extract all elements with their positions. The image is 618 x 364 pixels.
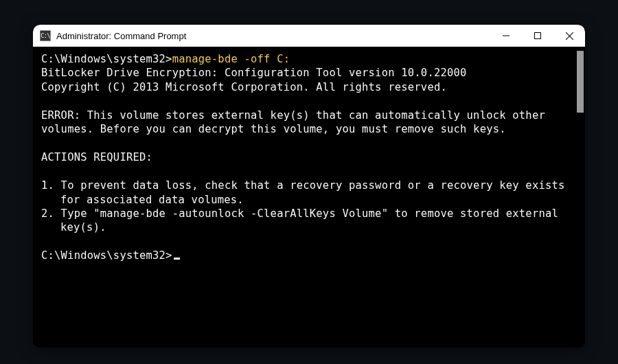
close-button[interactable] [553,25,585,47]
titlebar[interactable]: C:\ Administrator: Command Prompt [33,25,585,47]
scrollbar[interactable] [575,47,585,348]
action-item: 2. Type "manage-bde -autounlock -ClearAl… [41,207,567,235]
app-icon: C:\ [40,30,51,41]
entered-command: manage-bde -off C: [172,53,290,65]
maximize-icon [534,32,541,39]
close-icon [566,32,573,40]
minimize-icon [503,32,510,39]
minimize-button[interactable] [490,25,522,47]
prompt-path: C:\Windows\system32> [41,249,172,262]
error-line: ERROR: This volume stores external key(s… [41,109,552,135]
cursor [174,258,180,260]
svg-rect-1 [535,33,541,39]
maximize-button[interactable] [522,25,553,47]
terminal-output[interactable]: C:\Windows\system32>manage-bde -off C: B… [33,47,575,348]
output-line: BitLocker Drive Encryption: Configuratio… [41,67,467,79]
command-prompt-window: C:\ Administrator: Command Prompt C:\Win… [33,25,585,348]
prompt-path: C:\Windows\system32> [41,53,172,65]
action-item: 1. To prevent data loss, check that a re… [41,179,567,207]
output-line: Copyright (C) 2013 Microsoft Corporation… [41,81,447,93]
window-title: Administrator: Command Prompt [56,31,186,41]
terminal-area[interactable]: C:\Windows\system32>manage-bde -off C: B… [33,47,585,348]
scrollbar-thumb[interactable] [577,51,584,113]
actions-header: ACTIONS REQUIRED: [41,151,152,163]
